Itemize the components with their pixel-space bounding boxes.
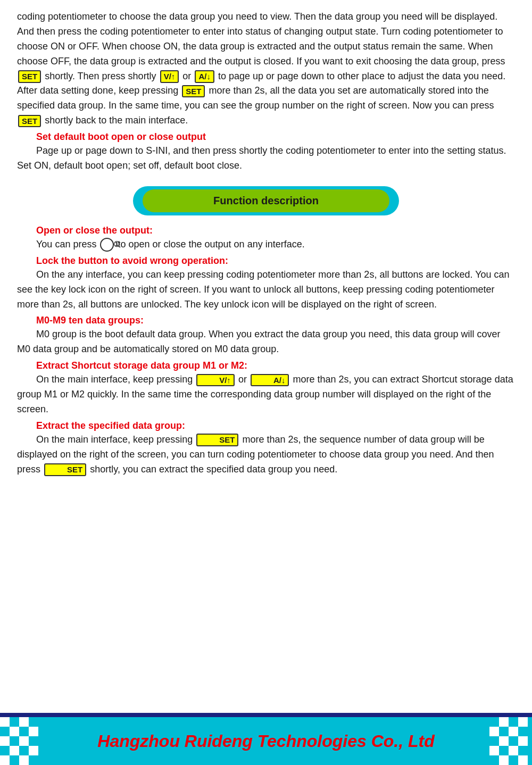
a-down-key-badge-1: A/↓: [195, 70, 214, 83]
section1-text: Page up or page down to S-INI, and then …: [17, 144, 515, 173]
set-key-badge-1: SET: [18, 70, 41, 83]
set-key-badge-4: SET: [196, 434, 238, 446]
o-circle-key: ①: [100, 238, 114, 252]
section2-heading: Open or close the output:: [17, 225, 515, 236]
function-description-outer: Function description: [133, 186, 399, 215]
footer-bar: Hangzhou Ruideng Technologies Co., Ltd: [0, 713, 532, 765]
set-key-badge-3: SET: [18, 115, 41, 128]
intro-paragraph: coding potentiometer to choose the data …: [17, 10, 515, 128]
section2-text: You can press ① to open or close the out…: [17, 237, 515, 252]
v-up-key-badge-2: V/↑: [196, 374, 235, 387]
section3-text: On the any interface, you can keep press…: [17, 268, 515, 312]
set-key-badge-2: SET: [182, 85, 205, 98]
section5-heading: Extract Shortcut storage data group M1 o…: [17, 360, 515, 371]
section4-heading: M0-M9 ten data groups:: [17, 315, 515, 326]
v-up-key-badge-1: V/↑: [160, 70, 179, 83]
footer-company-name: Hangzhou Ruideng Technologies Co., Ltd: [97, 731, 434, 751]
function-description-banner: Function description: [143, 189, 389, 212]
main-content: coding potentiometer to choose the data …: [0, 0, 532, 501]
footer-checkers-right: [489, 717, 532, 765]
spacer: [17, 479, 515, 501]
section5-text: On the main interface, keep pressing V/↑…: [17, 372, 515, 417]
footer-blue-line: [0, 713, 532, 717]
footer-checkers-left: [0, 717, 43, 765]
function-description-container: Function description: [17, 186, 515, 215]
footer-bottom: Hangzhou Ruideng Technologies Co., Ltd: [0, 717, 532, 765]
a-down-key-badge-2: A/↓: [251, 374, 289, 387]
section4-text: M0 group is the boot default data group.…: [17, 327, 515, 357]
section6-text: On the main interface, keep pressing SET…: [17, 433, 515, 477]
section6-heading: Extract the specified data group:: [17, 420, 515, 431]
section1-heading: Set default boot open or close output: [17, 131, 515, 143]
set-key-badge-5: SET: [44, 463, 86, 476]
section3-heading: Lock the button to avoid wrong operation…: [17, 255, 515, 267]
